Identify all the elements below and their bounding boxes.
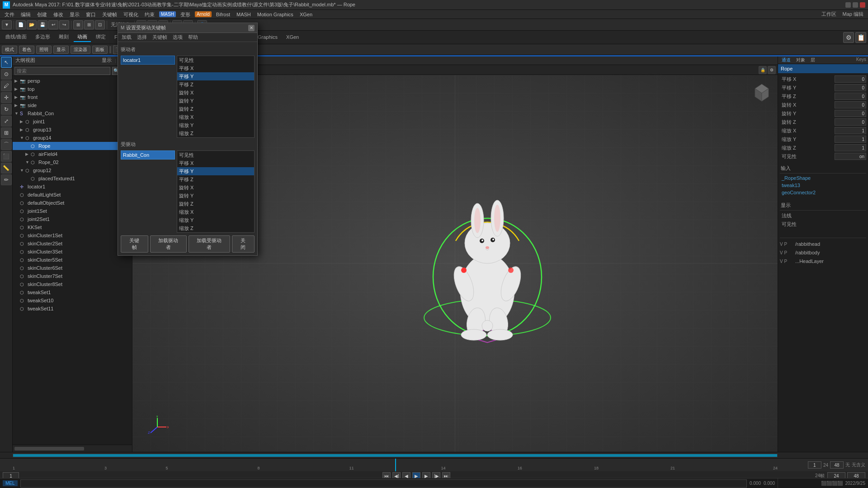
driver-attr-sx[interactable]: 缩放 X <box>177 113 254 121</box>
status-renderer[interactable]: 渲染器 <box>71 46 90 54</box>
tree-item-rope[interactable]: ⬡ Rope <box>13 142 132 150</box>
menu-mash[interactable]: MASH <box>234 10 254 19</box>
tree-item-joint1set[interactable]: ⬡ joint1Set <box>13 207 132 215</box>
outliner-scrollbar-h[interactable] <box>13 445 132 452</box>
cb-value-sy[interactable] <box>835 136 866 143</box>
dialog-menu-select[interactable]: 选择 <box>135 34 149 41</box>
menu-window[interactable]: 窗口 <box>83 10 99 19</box>
cb-node-ropeshape[interactable]: _RopeShape <box>780 174 866 182</box>
outliner-menu-display[interactable]: 显示 <box>102 57 112 64</box>
driven-attr-tz[interactable]: 平移 Z <box>177 175 254 183</box>
shelf-tab-sculpt[interactable]: 雕刻 <box>55 33 72 42</box>
driven-attr-ty[interactable]: 平移 Y <box>177 167 254 175</box>
tree-item-tweak10[interactable]: ⬡ tweakSet10 <box>13 296 132 305</box>
tb-open-btn[interactable]: 📂 <box>27 20 37 29</box>
lt-rotate[interactable]: ↻ <box>1 104 12 115</box>
lt-measure[interactable]: 📏 <box>1 163 12 174</box>
lt-scale[interactable]: ⤢ <box>1 116 12 127</box>
cb-value-sz[interactable] <box>835 144 866 151</box>
driven-name-cell[interactable]: Rabbit_Con <box>121 150 175 160</box>
menu-display[interactable]: 显示 <box>67 10 82 19</box>
tree-item-skin7[interactable]: ⬡ skinCluster7Set <box>13 272 132 280</box>
tree-item-rabbit-con[interactable]: ▼ S Rabbit_Con <box>13 109 132 117</box>
rp-tab-object[interactable]: 对象 <box>794 57 807 63</box>
menu-badge-arnold[interactable]: Arnold <box>195 11 212 17</box>
tree-item-skin5[interactable]: ⬡ skinCluster5Set <box>13 256 132 264</box>
dialog-btn-close[interactable]: 关闭 <box>232 235 255 253</box>
cmd-input-field[interactable] <box>20 479 747 488</box>
driven-attr-rx[interactable]: 旋转 X <box>177 183 254 192</box>
tree-item-top[interactable]: ▶ 📷 top <box>13 85 132 93</box>
dialog-menu-options[interactable]: 选项 <box>171 34 184 41</box>
tree-item-skin2[interactable]: ⬡ skinCluster2Set <box>13 239 132 248</box>
driver-attr-tz[interactable]: 平移 Z <box>177 80 254 89</box>
tree-item-kkset[interactable]: ⬡ KKSet <box>13 223 132 231</box>
tree-item-airfield4[interactable]: ▶ ⬡ airField4 <box>13 150 132 158</box>
tree-item-joint2set[interactable]: ⬡ joint2Set1 <box>13 215 132 223</box>
status-show[interactable]: 显示 <box>53 46 69 54</box>
driver-attr-ty[interactable]: 平移 Y <box>177 72 254 80</box>
cb-value-vis[interactable] <box>835 153 866 160</box>
cb-node-tweak[interactable]: tweak13 <box>780 182 866 189</box>
tb-redo-btn[interactable]: ↪ <box>59 20 69 29</box>
lt-move[interactable]: ✛ <box>1 92 12 103</box>
shelf-tab-xgen[interactable]: XGen <box>283 33 302 42</box>
view-cube[interactable] <box>750 80 773 102</box>
lt-curve[interactable]: ⌒ <box>1 139 12 150</box>
shelf-tab-rig[interactable]: 绑定 <box>92 33 109 42</box>
menu-create[interactable]: 创建 <box>34 10 50 19</box>
driver-name-cell[interactable]: locator1 <box>121 56 175 65</box>
shelf-tab-anim[interactable]: 动画 <box>74 33 91 42</box>
outliner-search-input[interactable] <box>14 67 110 75</box>
vp-btn-settings[interactable]: ⚙ <box>768 66 776 74</box>
vp-btn-lock[interactable]: 🔒 <box>759 66 767 74</box>
shelf-icon-2[interactable]: 📋 <box>855 32 866 43</box>
driven-attr-sz[interactable]: 缩放 Z <box>177 224 254 232</box>
driver-attr-sy[interactable]: 缩放 Y <box>177 121 254 129</box>
tree-item-default-obj[interactable]: ⬡ defaultObjectSet <box>13 199 132 207</box>
menu-motion-graphics[interactable]: Motion Graphics <box>255 10 296 19</box>
menu-modify[interactable]: 修改 <box>51 10 66 19</box>
cb-value-rz[interactable] <box>835 118 866 126</box>
rp-tab-channel[interactable]: 通道 <box>780 57 793 63</box>
menu-xgen[interactable]: XGen <box>297 10 315 19</box>
tree-item-skin6[interactable]: ⬡ skinCluster6Set <box>13 264 132 272</box>
driven-attr-tx[interactable]: 平移 X <box>177 159 254 167</box>
lt-annotate[interactable]: ✏ <box>1 174 12 185</box>
tree-item-skin3[interactable]: ⬡ skinCluster3Set <box>13 248 132 256</box>
cb-value-tz[interactable] <box>835 93 866 100</box>
driver-attr-vis[interactable]: 可见性 <box>177 56 254 64</box>
dialog-menu-keyframe[interactable]: 关键帧 <box>151 34 169 41</box>
timeline-scrub-track[interactable] <box>0 452 868 459</box>
lt-extrude[interactable]: ⬛ <box>1 151 12 162</box>
driven-attr-sx[interactable]: 缩放 X <box>177 208 254 216</box>
status-lighting[interactable]: 照明 <box>36 46 52 54</box>
tree-item-placed-texture[interactable]: ⬡ placedTextured1 <box>13 174 132 183</box>
lt-paint[interactable]: 🖊 <box>1 80 12 91</box>
menu-badge-mash[interactable]: MASH <box>159 11 176 17</box>
menu-constrain[interactable]: 约束 <box>142 10 157 19</box>
tb-select-btn[interactable]: ▼ <box>2 20 12 29</box>
tb-snap-btn[interactable]: ⊞ <box>73 20 83 29</box>
tree-item-tweak1[interactable]: ⬡ tweakSet1 <box>13 288 132 296</box>
dialog-btn-setkey[interactable]: 关键帧 <box>121 235 148 253</box>
tree-item-joint1[interactable]: ▶ ⬡ joint1 <box>13 117 132 126</box>
status-panel[interactable]: 面板 <box>92 46 108 54</box>
cb-value-rx[interactable] <box>835 101 866 108</box>
driver-attr-sz[interactable]: 缩放 Z <box>177 129 254 137</box>
tree-item-skin8[interactable]: ⬡ skinCluster8Set <box>13 280 132 288</box>
rp-tab-layer[interactable]: 层 <box>809 57 817 63</box>
status-shade[interactable]: 着色 <box>19 46 34 54</box>
shelf-tab-curves[interactable]: 曲线/曲面 <box>2 33 30 42</box>
tree-item-skin1[interactable]: ⬡ skinCluster1Set <box>13 231 132 239</box>
timeline-start-frame[interactable] <box>808 461 821 469</box>
time-ruler[interactable]: 1 3 5 8 11 14 16 18 21 24 24 无 无含义 <box>0 459 868 471</box>
dialog-btn-add-driver[interactable]: 加载驱动者 <box>150 235 187 253</box>
tree-item-locator1[interactable]: ✛ locator1 <box>13 183 132 191</box>
driver-attr-rx[interactable]: 旋转 X <box>177 89 254 97</box>
tree-item-default-light[interactable]: ⬡ defaultLightSet <box>13 191 132 199</box>
scrollbar-thumb-h[interactable] <box>14 447 84 450</box>
menu-bifrost[interactable]: Bifrost <box>213 10 233 19</box>
minimize-button[interactable] <box>845 2 851 8</box>
driver-attr-tx[interactable]: 平移 X <box>177 64 254 72</box>
